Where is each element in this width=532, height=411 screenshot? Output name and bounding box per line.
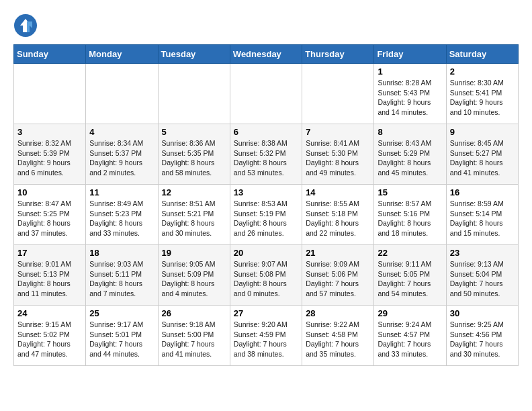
logo-icon: [13, 13, 38, 38]
day-info: Sunrise: 9:18 AM Sunset: 5:00 PM Dayligh…: [162, 320, 226, 359]
day-number: 9: [450, 127, 515, 137]
calendar-cell: 9Sunrise: 8:45 AM Sunset: 5:27 PM Daylig…: [446, 124, 518, 185]
day-info: Sunrise: 9:05 AM Sunset: 5:09 PM Dayligh…: [162, 259, 226, 299]
calendar-cell: 7Sunrise: 8:41 AM Sunset: 5:30 PM Daylig…: [302, 124, 374, 185]
calendar-week-row: 24Sunrise: 9:15 AM Sunset: 5:02 PM Dayli…: [14, 306, 519, 366]
day-info: Sunrise: 9:25 AM Sunset: 4:56 PM Dayligh…: [450, 320, 515, 359]
day-number: 14: [306, 187, 370, 197]
calendar-cell: 13Sunrise: 8:53 AM Sunset: 5:19 PM Dayli…: [230, 185, 302, 245]
day-info: Sunrise: 8:30 AM Sunset: 5:41 PM Dayligh…: [450, 78, 515, 118]
day-number: 22: [378, 248, 442, 258]
calendar-cell: 19Sunrise: 9:05 AM Sunset: 5:09 PM Dayli…: [158, 245, 230, 306]
day-number: 1: [378, 66, 442, 77]
day-info: Sunrise: 9:22 AM Sunset: 4:58 PM Dayligh…: [306, 320, 370, 359]
calendar-cell: 11Sunrise: 8:49 AM Sunset: 5:23 PM Dayli…: [86, 185, 158, 245]
calendar-week-row: 1Sunrise: 8:28 AM Sunset: 5:43 PM Daylig…: [14, 64, 519, 124]
page-header: [13, 13, 519, 38]
day-info: Sunrise: 8:47 AM Sunset: 5:25 PM Dayligh…: [17, 199, 82, 238]
calendar-cell: 26Sunrise: 9:18 AM Sunset: 5:00 PM Dayli…: [158, 306, 230, 366]
calendar-table: SundayMondayTuesdayWednesdayThursdayFrid…: [13, 44, 519, 366]
calendar-header-row: SundayMondayTuesdayWednesdayThursdayFrid…: [14, 45, 519, 64]
calendar-cell: 17Sunrise: 9:01 AM Sunset: 5:13 PM Dayli…: [14, 245, 86, 306]
calendar-cell: 8Sunrise: 8:43 AM Sunset: 5:29 PM Daylig…: [374, 124, 446, 185]
day-number: 2: [450, 66, 515, 77]
day-number: 23: [450, 248, 515, 258]
calendar-cell: 21Sunrise: 9:09 AM Sunset: 5:06 PM Dayli…: [302, 245, 374, 306]
calendar-cell: [86, 64, 158, 124]
calendar-cell: 14Sunrise: 8:55 AM Sunset: 5:18 PM Dayli…: [302, 185, 374, 245]
day-number: 24: [17, 308, 82, 318]
day-info: Sunrise: 8:32 AM Sunset: 5:39 PM Dayligh…: [17, 138, 82, 178]
calendar-header-sunday: Sunday: [14, 45, 86, 64]
calendar-cell: 29Sunrise: 9:24 AM Sunset: 4:57 PM Dayli…: [374, 306, 446, 366]
calendar-cell: 1Sunrise: 8:28 AM Sunset: 5:43 PM Daylig…: [374, 64, 446, 124]
calendar-week-row: 17Sunrise: 9:01 AM Sunset: 5:13 PM Dayli…: [14, 245, 519, 306]
calendar-header-wednesday: Wednesday: [230, 45, 302, 64]
day-info: Sunrise: 8:59 AM Sunset: 5:14 PM Dayligh…: [450, 199, 515, 238]
calendar-cell: 23Sunrise: 9:13 AM Sunset: 5:04 PM Dayli…: [446, 245, 518, 306]
day-info: Sunrise: 8:36 AM Sunset: 5:35 PM Dayligh…: [162, 138, 226, 178]
calendar-header-friday: Friday: [374, 45, 446, 64]
calendar-cell: 16Sunrise: 8:59 AM Sunset: 5:14 PM Dayli…: [446, 185, 518, 245]
calendar-cell: 30Sunrise: 9:25 AM Sunset: 4:56 PM Dayli…: [446, 306, 518, 366]
calendar-cell: 3Sunrise: 8:32 AM Sunset: 5:39 PM Daylig…: [14, 124, 86, 185]
day-number: 4: [89, 127, 154, 137]
day-number: 12: [162, 187, 226, 197]
day-number: 19: [162, 248, 226, 258]
calendar-header-monday: Monday: [86, 45, 158, 64]
calendar-cell: 6Sunrise: 8:38 AM Sunset: 5:32 PM Daylig…: [230, 124, 302, 185]
calendar-cell: 18Sunrise: 9:03 AM Sunset: 5:11 PM Dayli…: [86, 245, 158, 306]
day-number: 30: [450, 308, 515, 318]
day-info: Sunrise: 9:13 AM Sunset: 5:04 PM Dayligh…: [450, 259, 515, 299]
calendar-week-row: 3Sunrise: 8:32 AM Sunset: 5:39 PM Daylig…: [14, 124, 519, 185]
logo: [13, 13, 42, 38]
day-number: 16: [450, 187, 515, 197]
day-info: Sunrise: 9:24 AM Sunset: 4:57 PM Dayligh…: [378, 320, 442, 359]
day-info: Sunrise: 9:20 AM Sunset: 4:59 PM Dayligh…: [234, 320, 298, 359]
day-number: 10: [17, 187, 82, 197]
day-info: Sunrise: 9:01 AM Sunset: 5:13 PM Dayligh…: [17, 259, 82, 299]
day-number: 21: [306, 248, 370, 258]
day-number: 15: [378, 187, 442, 197]
calendar-cell: 5Sunrise: 8:36 AM Sunset: 5:35 PM Daylig…: [158, 124, 230, 185]
day-number: 25: [89, 308, 154, 318]
calendar-cell: 24Sunrise: 9:15 AM Sunset: 5:02 PM Dayli…: [14, 306, 86, 366]
day-number: 8: [378, 127, 442, 137]
day-info: Sunrise: 9:17 AM Sunset: 5:01 PM Dayligh…: [89, 320, 154, 359]
day-number: 18: [89, 248, 154, 258]
calendar-cell: [302, 64, 374, 124]
calendar-header-thursday: Thursday: [302, 45, 374, 64]
day-number: 3: [17, 127, 82, 137]
day-info: Sunrise: 9:11 AM Sunset: 5:05 PM Dayligh…: [378, 259, 442, 299]
day-info: Sunrise: 9:15 AM Sunset: 5:02 PM Dayligh…: [17, 320, 82, 359]
day-info: Sunrise: 8:51 AM Sunset: 5:21 PM Dayligh…: [162, 199, 226, 238]
day-info: Sunrise: 8:55 AM Sunset: 5:18 PM Dayligh…: [306, 199, 370, 238]
day-number: 26: [162, 308, 226, 318]
calendar-cell: [14, 64, 86, 124]
day-number: 17: [17, 248, 82, 258]
calendar-header-tuesday: Tuesday: [158, 45, 230, 64]
calendar-cell: 20Sunrise: 9:07 AM Sunset: 5:08 PM Dayli…: [230, 245, 302, 306]
day-number: 28: [306, 308, 370, 318]
day-info: Sunrise: 9:07 AM Sunset: 5:08 PM Dayligh…: [234, 259, 298, 299]
calendar-header-saturday: Saturday: [446, 45, 518, 64]
calendar-cell: [158, 64, 230, 124]
calendar-cell: 10Sunrise: 8:47 AM Sunset: 5:25 PM Dayli…: [14, 185, 86, 245]
day-info: Sunrise: 8:49 AM Sunset: 5:23 PM Dayligh…: [89, 199, 154, 238]
day-info: Sunrise: 8:41 AM Sunset: 5:30 PM Dayligh…: [306, 138, 370, 178]
day-info: Sunrise: 8:53 AM Sunset: 5:19 PM Dayligh…: [234, 199, 298, 238]
day-number: 11: [89, 187, 154, 197]
day-info: Sunrise: 9:03 AM Sunset: 5:11 PM Dayligh…: [89, 259, 154, 299]
day-info: Sunrise: 8:57 AM Sunset: 5:16 PM Dayligh…: [378, 199, 442, 238]
calendar-cell: 28Sunrise: 9:22 AM Sunset: 4:58 PM Dayli…: [302, 306, 374, 366]
day-info: Sunrise: 8:34 AM Sunset: 5:37 PM Dayligh…: [89, 138, 154, 178]
day-number: 20: [234, 248, 298, 258]
calendar-cell: 12Sunrise: 8:51 AM Sunset: 5:21 PM Dayli…: [158, 185, 230, 245]
calendar-cell: 27Sunrise: 9:20 AM Sunset: 4:59 PM Dayli…: [230, 306, 302, 366]
day-number: 5: [162, 127, 226, 137]
calendar-cell: [230, 64, 302, 124]
day-info: Sunrise: 9:09 AM Sunset: 5:06 PM Dayligh…: [306, 259, 370, 299]
day-number: 13: [234, 187, 298, 197]
day-info: Sunrise: 8:28 AM Sunset: 5:43 PM Dayligh…: [378, 78, 442, 118]
calendar-week-row: 10Sunrise: 8:47 AM Sunset: 5:25 PM Dayli…: [14, 185, 519, 245]
